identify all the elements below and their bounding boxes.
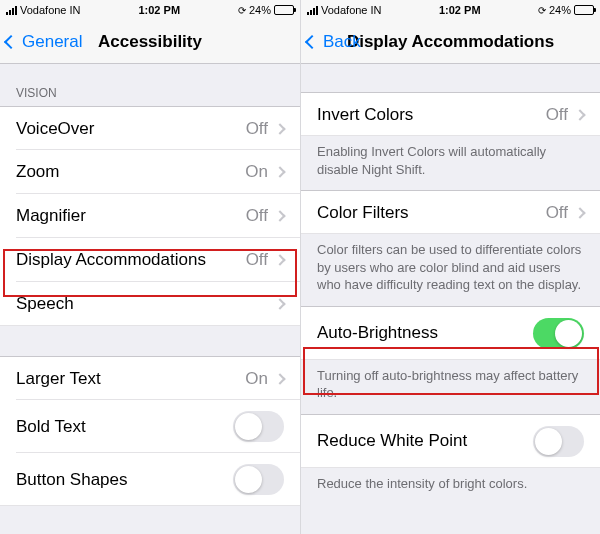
page-title: Accessibility bbox=[98, 32, 202, 52]
back-label: General bbox=[22, 32, 82, 52]
rotation-lock-icon: ⟳ bbox=[238, 5, 246, 16]
battery-icon bbox=[274, 5, 294, 15]
chevron-left-icon bbox=[305, 35, 319, 49]
reduce-white-point-row[interactable]: Reduce White Point bbox=[301, 414, 600, 468]
row-label: Invert Colors bbox=[317, 105, 413, 125]
invert-colors-footer: Enabling Invert Colors will automaticall… bbox=[301, 136, 600, 190]
chevron-right-icon bbox=[574, 207, 585, 218]
battery-percent-label: 24% bbox=[249, 4, 271, 16]
speech-row[interactable]: Speech bbox=[0, 282, 300, 326]
color-filters-footer: Color filters can be used to differentia… bbox=[301, 234, 600, 306]
row-label: Magnifier bbox=[16, 206, 86, 226]
row-value: On bbox=[245, 369, 268, 389]
carrier-label: Vodafone IN bbox=[321, 4, 382, 16]
reduce-white-point-toggle[interactable] bbox=[533, 426, 584, 457]
chevron-right-icon bbox=[274, 298, 285, 309]
chevron-right-icon bbox=[274, 123, 285, 134]
screen-accessibility: Vodafone IN 1:02 PM ⟳ 24% General Access… bbox=[0, 0, 300, 534]
auto-brightness-toggle[interactable] bbox=[533, 318, 584, 349]
bold-text-row[interactable]: Bold Text bbox=[0, 400, 300, 453]
display-accommodations-row[interactable]: Display Accommodations Off bbox=[0, 238, 300, 282]
back-button[interactable]: General bbox=[6, 20, 82, 64]
reduce-white-point-footer: Reduce the intensity of bright colors. bbox=[301, 468, 600, 505]
battery-icon bbox=[574, 5, 594, 15]
status-bar: Vodafone IN 1:02 PM ⟳ 24% bbox=[301, 0, 600, 20]
chevron-right-icon bbox=[274, 166, 285, 177]
auto-brightness-row[interactable]: Auto-Brightness bbox=[301, 306, 600, 360]
row-value: Off bbox=[246, 206, 268, 226]
signal-icon bbox=[6, 6, 17, 15]
chevron-right-icon bbox=[574, 109, 585, 120]
row-label: VoiceOver bbox=[16, 119, 94, 139]
row-label: Reduce White Point bbox=[317, 431, 467, 451]
chevron-right-icon bbox=[274, 373, 285, 384]
color-filters-row[interactable]: Color Filters Off bbox=[301, 190, 600, 234]
back-button[interactable]: Back bbox=[307, 20, 361, 64]
settings-list: VISION VoiceOver Off Zoom On Magnifier O… bbox=[0, 64, 300, 534]
row-label: Button Shapes bbox=[16, 470, 128, 490]
button-shapes-toggle[interactable] bbox=[233, 464, 284, 495]
chevron-right-icon bbox=[274, 210, 285, 221]
row-label: Display Accommodations bbox=[16, 250, 206, 270]
zoom-row[interactable]: Zoom On bbox=[0, 150, 300, 194]
carrier-label: Vodafone IN bbox=[20, 4, 81, 16]
section-header-vision: VISION bbox=[0, 64, 300, 106]
larger-text-row[interactable]: Larger Text On bbox=[0, 356, 300, 400]
row-label: Color Filters bbox=[317, 203, 409, 223]
row-label: Auto-Brightness bbox=[317, 323, 438, 343]
battery-percent-label: 24% bbox=[549, 4, 571, 16]
nav-bar: Back Display Accommodations bbox=[301, 20, 600, 64]
row-label: Bold Text bbox=[16, 417, 86, 437]
chevron-right-icon bbox=[274, 254, 285, 265]
bold-text-toggle[interactable] bbox=[233, 411, 284, 442]
settings-list: Invert Colors Off Enabling Invert Colors… bbox=[301, 64, 600, 534]
row-label: Zoom bbox=[16, 162, 59, 182]
auto-brightness-footer: Turning off auto-brightness may affect b… bbox=[301, 360, 600, 414]
row-value: Off bbox=[546, 105, 568, 125]
row-value: Off bbox=[246, 250, 268, 270]
row-value: Off bbox=[546, 203, 568, 223]
magnifier-row[interactable]: Magnifier Off bbox=[0, 194, 300, 238]
button-shapes-row[interactable]: Button Shapes bbox=[0, 453, 300, 506]
rotation-lock-icon: ⟳ bbox=[538, 5, 546, 16]
row-value: On bbox=[245, 162, 268, 182]
invert-colors-row[interactable]: Invert Colors Off bbox=[301, 92, 600, 136]
signal-icon bbox=[307, 6, 318, 15]
back-label: Back bbox=[323, 32, 361, 52]
voiceover-row[interactable]: VoiceOver Off bbox=[0, 106, 300, 150]
status-bar: Vodafone IN 1:02 PM ⟳ 24% bbox=[0, 0, 300, 20]
screen-display-accommodations: Vodafone IN 1:02 PM ⟳ 24% Back Display A… bbox=[300, 0, 600, 534]
row-label: Larger Text bbox=[16, 369, 101, 389]
chevron-left-icon bbox=[4, 35, 18, 49]
clock-label: 1:02 PM bbox=[439, 4, 481, 16]
nav-bar: General Accessibility bbox=[0, 20, 300, 64]
row-label: Speech bbox=[16, 294, 74, 314]
row-value: Off bbox=[246, 119, 268, 139]
page-title: Display Accommodations bbox=[347, 32, 554, 52]
clock-label: 1:02 PM bbox=[138, 4, 180, 16]
